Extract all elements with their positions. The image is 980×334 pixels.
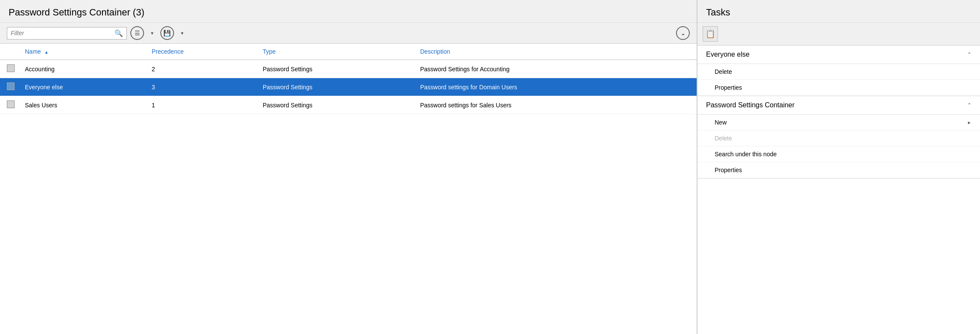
- submenu-arrow-icon: ►: [967, 120, 971, 125]
- task-item-label: Properties: [715, 84, 742, 91]
- col-precedence[interactable]: Precedence: [147, 44, 258, 60]
- task-item-label: Properties: [715, 167, 742, 173]
- row-checkbox-cell: [0, 60, 20, 78]
- save-dropdown-button[interactable]: ▼: [177, 29, 187, 37]
- chevron-up-icon: ⌃: [967, 52, 971, 58]
- table-row[interactable]: Sales Users 1 Password Settings Password…: [0, 96, 697, 114]
- row-name: Sales Users: [20, 96, 147, 114]
- task-item-new-psc[interactable]: New ►: [697, 115, 980, 131]
- filter-input-wrap[interactable]: 🔍: [7, 27, 127, 39]
- tasks-content: Everyone else ⌃ Delete Properties Passwo…: [697, 46, 980, 334]
- task-section-title: Password Settings Container: [706, 101, 794, 109]
- row-type: Password Settings: [258, 60, 415, 78]
- chevron-down-icon-2: ▼: [180, 31, 184, 36]
- row-description: Password settings for Sales Users: [415, 96, 697, 114]
- table-row[interactable]: Accounting 2 Password Settings Password …: [0, 60, 697, 78]
- row-checkbox-cell: [0, 78, 20, 96]
- password-settings-table: Name ▲ Precedence Type Description: [0, 44, 697, 114]
- tasks-header: Tasks: [697, 0, 980, 23]
- task-section-title: Everyone else: [706, 51, 749, 58]
- collapse-button[interactable]: ⌄: [676, 26, 690, 40]
- row-checkbox-cell: [0, 96, 20, 114]
- clipboard-icon: 📋: [706, 29, 715, 39]
- row-checkbox[interactable]: [7, 100, 15, 108]
- task-section-header-psc-section[interactable]: Password Settings Container ⌃: [697, 96, 980, 115]
- toolbar: 🔍 ☰ ▼ 💾 ▼ ⌄: [0, 23, 697, 44]
- table-body: Accounting 2 Password Settings Password …: [0, 60, 697, 114]
- task-section-everyone-else-section: Everyone else ⌃ Delete Properties: [697, 46, 980, 96]
- main-panel: Password Settings Container (3) 🔍 ☰ ▼ 💾 …: [0, 0, 697, 334]
- task-item-search-psc[interactable]: Search under this node: [697, 146, 980, 162]
- task-item-delete-everyone[interactable]: Delete: [697, 64, 980, 80]
- row-description: Password Settings for Accounting: [415, 60, 697, 78]
- chevron-up-icon: ⌃: [967, 102, 971, 108]
- page-title: Password Settings Container (3): [9, 7, 144, 18]
- row-name: Accounting: [20, 60, 147, 78]
- col-checkbox: [0, 44, 20, 60]
- save-button[interactable]: 💾: [160, 26, 174, 40]
- save-icon: 💾: [163, 30, 171, 36]
- task-item-delete-psc: Delete: [697, 131, 980, 146]
- row-precedence: 3: [147, 78, 258, 96]
- tasks-panel: Tasks 📋 Everyone else ⌃ Delete Propertie…: [697, 0, 980, 334]
- row-type: Password Settings: [258, 96, 415, 114]
- row-description: Password settings for Domain Users: [415, 78, 697, 96]
- task-section-psc-section: Password Settings Container ⌃ New ► Dele…: [697, 96, 980, 179]
- task-item-properties-psc[interactable]: Properties: [697, 162, 980, 178]
- row-precedence: 1: [147, 96, 258, 114]
- table-container: Name ▲ Precedence Type Description: [0, 44, 697, 334]
- task-item-label: Delete: [715, 68, 732, 75]
- tasks-toolbar: 📋: [697, 23, 980, 46]
- chevron-icon: ⌄: [681, 30, 685, 36]
- col-type[interactable]: Type: [258, 44, 415, 60]
- sort-arrow-icon: ▲: [44, 50, 48, 55]
- list-dropdown-button[interactable]: ▼: [147, 29, 157, 37]
- row-checkbox[interactable]: [7, 64, 15, 72]
- table-header-row: Name ▲ Precedence Type Description: [0, 44, 697, 60]
- task-section-header-everyone-else-section[interactable]: Everyone else ⌃: [697, 46, 980, 64]
- tasks-title: Tasks: [706, 7, 730, 18]
- search-button[interactable]: 🔍: [114, 29, 123, 37]
- col-description[interactable]: Description: [415, 44, 697, 60]
- row-type: Password Settings: [258, 78, 415, 96]
- task-item-properties-everyone[interactable]: Properties: [697, 80, 980, 96]
- main-header: Password Settings Container (3): [0, 0, 697, 23]
- col-name[interactable]: Name ▲: [20, 44, 147, 60]
- table-row[interactable]: Everyone else 3 Password Settings Passwo…: [0, 78, 697, 96]
- task-item-label: Search under this node: [715, 151, 777, 158]
- list-view-button[interactable]: ☰: [130, 26, 144, 40]
- row-precedence: 2: [147, 60, 258, 78]
- row-checkbox[interactable]: [7, 82, 15, 90]
- task-item-label: New: [715, 119, 727, 126]
- filter-input[interactable]: [11, 30, 114, 36]
- row-name: Everyone else: [20, 78, 147, 96]
- tasks-clipboard-button[interactable]: 📋: [703, 26, 718, 42]
- task-item-label: Delete: [715, 135, 732, 142]
- chevron-down-icon: ▼: [150, 31, 154, 36]
- list-icon: ☰: [135, 30, 140, 36]
